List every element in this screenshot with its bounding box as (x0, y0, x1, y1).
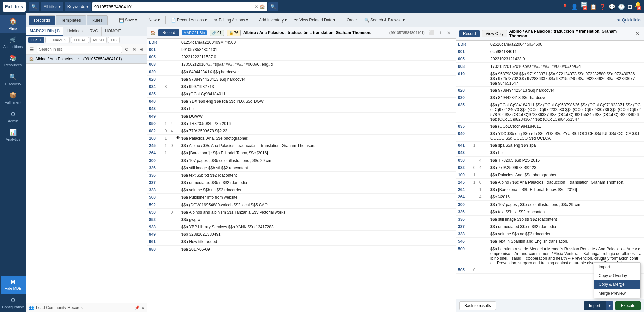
quick-links[interactable]: ★ Quick links (617, 18, 641, 23)
table-row[interactable]: 100 1 $$a Palacios, Ana, $$e photographe… (456, 171, 644, 179)
table-row[interactable]: 035 $$a (OCoLC)984184011 (147, 90, 456, 98)
tab-holdings[interactable]: Holdings (63, 27, 86, 36)
context-menu-copy-merge[interactable]: Copy & Merge (594, 280, 640, 289)
table-row[interactable]: 001 ocn984184011 (456, 48, 644, 55)
right-view-only-button[interactable]: View Only (482, 30, 507, 37)
back-to-results-button[interactable]: Back to results (459, 301, 496, 310)
table-row[interactable]: LDR 02526cam#a2200445li#4500 (456, 41, 644, 48)
table-row[interactable]: 043 $$a f-tz--- (456, 149, 644, 157)
save-button[interactable]: 💾 Save ▾ (116, 15, 140, 25)
table-row[interactable]: 337 $$a unmediated $$b n $$2 rdamedia (147, 179, 456, 186)
search-button[interactable]: 🔍 (29, 2, 39, 11)
table-row[interactable]: 040 $$a YDX $$b eng $$e rda $$c YDX $$d … (147, 98, 456, 105)
table-row[interactable]: 245 1 0 $$a Albino / $$c Ana Palacios ; … (147, 142, 456, 149)
sidebar-item-configuration[interactable]: ⚙ Configuration (1, 294, 25, 312)
copy-list-icon[interactable]: ⎘ (131, 46, 137, 53)
clipboard-icon[interactable]: 📋 (590, 4, 597, 10)
table-row[interactable]: 336 $$a text $$b txt $$2 rdacontent (147, 172, 456, 179)
search-browse-button[interactable]: 🔍 Search & Browse ▾ (361, 15, 408, 25)
table-row[interactable]: 938 $$a YBP Library Services $$b YANK $$… (147, 223, 456, 231)
table-row[interactable]: 980 $$a 2017-05-09 (147, 246, 456, 253)
close-center-icon[interactable]: ✕ (446, 29, 452, 36)
sidebar-item-hide-mde[interactable]: M Hide MDE (1, 276, 25, 294)
refresh-icon[interactable]: 🔄4 (581, 1, 587, 12)
user-icon[interactable]: 👤 (571, 4, 578, 10)
go-search-button[interactable]: 🔍 (268, 2, 278, 11)
import-button[interactable]: Import (584, 301, 606, 310)
record-actions-button[interactable]: 📄 Record Actions ▾ (168, 15, 211, 25)
add-inventory-button[interactable]: + Add Inventory ▾ (252, 15, 290, 25)
editing-actions-button[interactable]: ✏ Editing Actions ▾ (211, 15, 251, 25)
table-row[interactable]: LDR 01254cam#a2200409Mi#4500 (147, 39, 456, 46)
keywords-dropdown[interactable]: Keywords ▾ (65, 2, 91, 11)
home-icon[interactable]: 🏠 (260, 4, 265, 9)
help-icon[interactable]: ❓ (599, 4, 606, 10)
table-row[interactable]: 020 $$a 849442341X $$q hardcover (147, 68, 456, 76)
table-row[interactable]: 337 $$a unmediated $$b n $$2 rdamedia (456, 223, 644, 230)
sidebar-item-discovery[interactable]: 🔍 Discovery (0, 71, 26, 89)
view-related-data-button[interactable]: 👁 View Related Data ▾ (291, 15, 339, 25)
search-input[interactable] (94, 4, 253, 9)
search-in-list-input[interactable] (37, 46, 122, 53)
table-row[interactable]: 008 170502s2016####sp#a###########000#0#… (147, 61, 456, 68)
context-menu-copy-overlay[interactable]: Copy & Overlay (594, 271, 640, 280)
table-row[interactable]: 082 0 4 $$a 779/.2509678 $$2 23 (456, 164, 644, 171)
table-row[interactable]: 082 0 4 $$a 779/.2509678 $$2 23 (147, 127, 456, 135)
tab-records[interactable]: Records (29, 15, 55, 25)
table-row[interactable]: 650 0 $$a Albinos and albinism $$z Tanza… (147, 209, 456, 216)
tab-marc21-bib[interactable]: MARC21 Bib (1) (26, 27, 63, 36)
tab-templates[interactable]: Templates (56, 15, 86, 25)
table-row[interactable]: 336 $$a text $$b txt $$2 rdacontent (456, 208, 644, 216)
table-row[interactable]: 050 1 4 $$a TR820.5 $$b P35 2016 (147, 120, 456, 127)
table-row[interactable]: 001 9910578584804101 (147, 46, 456, 53)
import-dropdown-button[interactable]: ▾ (606, 301, 613, 310)
grid-icon[interactable]: ⊞ (628, 4, 632, 10)
table-row[interactable]: 264 1 $$a [Barcelona] : $$b Editorial Te… (456, 186, 644, 193)
table-row[interactable]: 264 4 $$c ©2016 (456, 193, 644, 201)
bell-icon[interactable]: 🔔3 (635, 1, 641, 12)
table-row[interactable]: 961 $$a New title added (147, 238, 456, 246)
table-row[interactable]: 338 $$a volume $$b nc $$2 rdacarrier (147, 186, 456, 194)
subtab-lcsh[interactable]: LCSH (28, 37, 44, 43)
right-record-button[interactable]: Record (459, 30, 480, 37)
table-row[interactable]: 008 170213t20162016sp#a###########000#0#… (456, 63, 644, 70)
collapse-icon[interactable]: « (142, 305, 144, 310)
tab-rules[interactable]: Rules (87, 15, 108, 25)
table-row[interactable]: 040 $$a YDX $$b eng $$e rda $$c YDX $$d … (456, 130, 644, 142)
close-right-panel-button[interactable]: ✕ (634, 31, 641, 36)
filter-icon[interactable]: ☰ (28, 46, 35, 53)
table-row[interactable]: 024 8 $$a 99971932713 (147, 83, 456, 90)
table-row[interactable]: 264 1 $$a [Barcelona] : $$b Editorial Te… (147, 149, 456, 157)
new-button[interactable]: + New ▾ (141, 15, 163, 25)
context-menu-merge-preview[interactable]: Merge Preview (594, 289, 640, 298)
table-row[interactable]: 852 $$b gwg w (147, 216, 456, 223)
order-button[interactable]: Order (343, 15, 360, 25)
subtab-local[interactable]: LOCAL (71, 37, 89, 43)
sidebar-item-fulfillment[interactable]: 📦 Fulfillment (0, 89, 26, 107)
tab-rvc[interactable]: RVC (86, 27, 102, 36)
table-row[interactable]: 949 $$b 32882021380491 (147, 231, 456, 238)
center-record-button[interactable]: Record (158, 29, 179, 36)
all-titles-dropdown[interactable]: All titles ▾ (41, 2, 63, 11)
table-row[interactable]: 019 $$a 958798626 $$a 971923371 $$a 9721… (456, 70, 644, 87)
table-row[interactable]: 592 $$a (DGW)16954880-wrlcdb $$2 local $… (147, 201, 456, 209)
execute-button[interactable]: Execute (615, 301, 641, 310)
location-icon[interactable]: 📍 (562, 4, 568, 10)
sidebar-item-alma[interactable]: 🏠 Alma (0, 15, 26, 33)
table-row[interactable]: 245 1 0 $$a Albino / $$c Ana Palacios ; … (456, 179, 644, 186)
table-row[interactable]: 050 4 $$a TR820.5 $$b P25 2016 (456, 157, 644, 164)
chat-icon[interactable]: 💬 (609, 4, 615, 10)
maximize-center-icon[interactable]: ⬜ (427, 29, 436, 36)
table-row[interactable]: 020 $$a 9788494423413 $$q hardcover (456, 87, 644, 94)
table-row[interactable]: 041 1 $$a spa $$a eng $$h spa (456, 142, 644, 149)
sidebar-item-admin[interactable]: ⚙ Admin (0, 107, 26, 126)
table-row[interactable]: 049 $$a DGWW (147, 113, 456, 120)
table-row[interactable]: 005 20231023121423.0 (456, 55, 644, 63)
sidebar-item-acquisitions[interactable]: 🛒 Acquisitions (0, 33, 26, 52)
table-row[interactable]: 100 1 👁 $$a Palacios, Ana, $$e photograp… (147, 135, 456, 142)
refresh-list-icon[interactable]: ↻ (123, 46, 130, 53)
table-row[interactable]: 035 $$a (OCoLC)984184011 $$z (OCoLC)9587… (456, 101, 644, 123)
table-row[interactable]: 020 $$a 849442341X $$q hardcover (456, 94, 644, 101)
context-menu-import[interactable]: Import (594, 263, 640, 271)
table-row[interactable]: 500 $$a Publisher info from website. (147, 194, 456, 201)
